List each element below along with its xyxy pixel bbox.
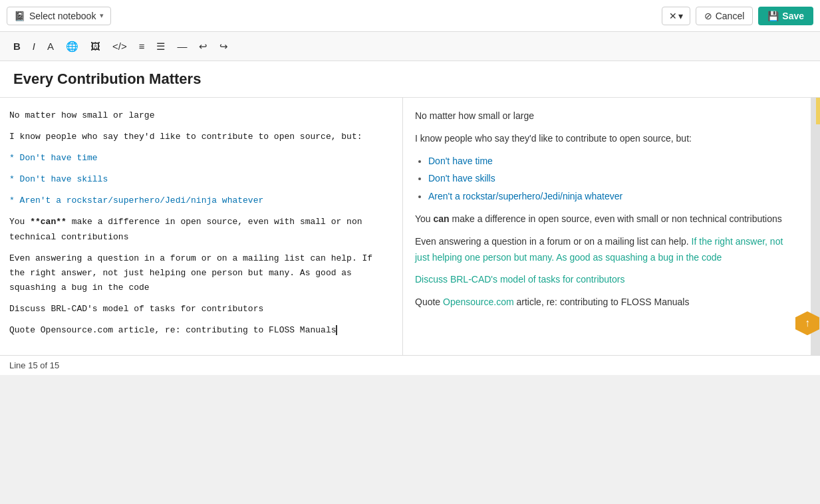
- editor-line-9: You **can** make a difference in open so…: [9, 215, 393, 244]
- editor-area: Every Contribution Matters No matter how…: [0, 61, 820, 355]
- preview-para2-text: I know people who say they'd like to con…: [415, 133, 692, 144]
- cancel-label: Cancel: [716, 11, 745, 21]
- status-bar: Line 15 of 15: [0, 355, 820, 375]
- ordered-list-button[interactable]: ≡: [135, 38, 149, 55]
- preview-para1: No matter how small or large: [415, 108, 799, 124]
- unordered-list-button[interactable]: ☰: [152, 38, 169, 55]
- editor-line-6: * Don't have skills: [9, 172, 393, 187]
- list-item: Aren't a rockstar/superhero/Jedi/ninja w…: [428, 189, 799, 205]
- link-button[interactable]: 🌐: [62, 38, 82, 55]
- preview-panel: No matter how small or large I know peop…: [403, 98, 811, 355]
- preview-para3-prefix: You: [415, 213, 434, 224]
- save-button[interactable]: 💾 Save: [758, 7, 813, 25]
- preview-para3: You can make a difference in open source…: [415, 211, 799, 227]
- preview-para3-suffix: make a difference in open source, even w…: [450, 213, 782, 224]
- x-menu-label: ✕: [669, 11, 677, 21]
- opensource-link[interactable]: Opensource.com: [443, 297, 514, 307]
- editor-line-11: Even answering a question in a forum or …: [9, 251, 393, 295]
- preview-para5-text: Discuss BRL-CAD's model of tasks for con…: [415, 274, 624, 285]
- top-bar: 📓 Select notebook ▾ ✕ ▾ ⊘ Cancel 💾 Save: [0, 0, 820, 32]
- editor-line-15: Quote Opensource.com article, re: contri…: [9, 323, 393, 338]
- italic-button[interactable]: I: [29, 38, 39, 55]
- topbar-right: ✕ ▾ ⊘ Cancel 💾 Save: [662, 7, 813, 25]
- code-button[interactable]: </>: [108, 38, 131, 55]
- editor-line-5: * Don't have time: [9, 151, 393, 166]
- font-button[interactable]: A: [43, 38, 58, 55]
- notebook-select-label: Select notebook: [29, 11, 96, 21]
- title-bar: Every Contribution Matters: [0, 61, 820, 98]
- page-title: Every Contribution Matters: [13, 70, 807, 88]
- save-icon: 💾: [767, 11, 779, 21]
- hex-icon: ↑: [805, 317, 810, 329]
- line-info: Line 15 of 15: [9, 360, 59, 370]
- preview-para3-bold: can: [434, 213, 450, 224]
- preview-list: Don't have time Don't have skills Aren't…: [428, 154, 799, 205]
- list-item: Don't have time: [428, 154, 799, 170]
- preview-para4-prefix: Even answering a question in a forum or …: [415, 236, 692, 247]
- preview-para6-prefix: Quote: [415, 297, 443, 307]
- x-menu-arrow: ▾: [678, 11, 683, 21]
- cancel-icon: ⊘: [704, 11, 712, 21]
- list-item: Don't have skills: [428, 171, 799, 187]
- editor-line-13: Discuss BRL-CAD's model of tasks for con…: [9, 302, 393, 316]
- notebook-icon: 📓: [14, 11, 25, 21]
- panels: No matter how small or large I know peop…: [0, 98, 820, 355]
- preview-para6-suffix: article, re: contributing to FLOSS Manua…: [514, 297, 690, 307]
- yellow-scroll-indicator: [816, 98, 820, 124]
- notebook-select-button[interactable]: 📓 Select notebook ▾: [7, 7, 111, 25]
- horizontal-rule-button[interactable]: —: [173, 38, 191, 55]
- save-label: Save: [782, 11, 804, 21]
- right-decorations: ↑: [811, 98, 820, 355]
- editor-line-7: * Aren't a rockstar/superhero/Jedi/ninja…: [9, 193, 393, 208]
- chevron-down-icon: ▾: [100, 11, 104, 20]
- bold-button[interactable]: B: [9, 38, 25, 55]
- redo-button[interactable]: ↪: [215, 38, 232, 55]
- editor-line-1: No matter how small or large: [9, 108, 393, 123]
- topbar-left: 📓 Select notebook ▾: [7, 7, 111, 25]
- preview-para2: I know people who say they'd like to con…: [415, 131, 799, 147]
- x-menu-button[interactable]: ✕ ▾: [662, 7, 690, 25]
- formatting-toolbar: B I A 🌐 🖼 </> ≡ ☰ — ↩ ↪: [0, 32, 820, 61]
- editor-line-3: I know people who say they'd like to con…: [9, 130, 393, 144]
- cancel-button[interactable]: ⊘ Cancel: [696, 7, 753, 25]
- undo-button[interactable]: ↩: [195, 38, 211, 55]
- preview-para5: Discuss BRL-CAD's model of tasks for con…: [415, 272, 799, 288]
- preview-para4: Even answering a question in a forum or …: [415, 234, 799, 266]
- raw-editor-panel[interactable]: No matter how small or large I know peop…: [0, 98, 403, 355]
- preview-para6: Quote Opensource.com article, re: contri…: [415, 295, 799, 311]
- image-button[interactable]: 🖼: [86, 38, 104, 55]
